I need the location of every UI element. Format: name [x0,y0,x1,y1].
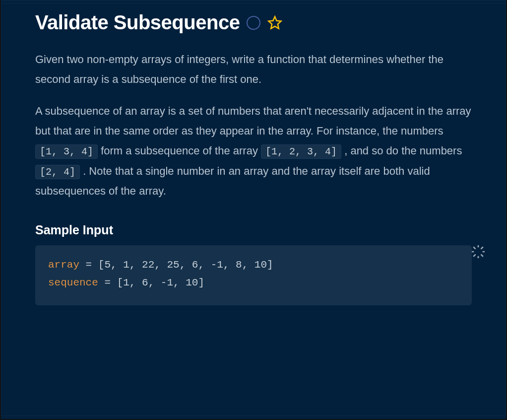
problem-title: Validate Subsequence [35,11,240,34]
code-var-sequence: sequence [48,277,98,288]
code-rest-1: = [5, 1, 22, 25, 6, -1, 8, 10] [79,259,273,271]
inline-code-1: [1, 3, 4] [35,144,98,159]
desc-text: form a subsequence of the array [101,144,261,157]
sample-input-code-block: array = [5, 1, 22, 25, 6, -1, 8, 10] seq… [35,245,472,305]
copy-icon[interactable] [472,245,485,258]
star-icon[interactable] [267,15,282,30]
desc-text: . Note that a single number in an array … [35,165,430,197]
sample-input-heading: Sample Input [35,223,472,237]
code-rest-2: = [1, 6, -1, 10] [98,277,204,288]
description-paragraph-1: Given two non-empty arrays of integers, … [35,50,472,89]
code-line-1: array = [5, 1, 22, 25, 6, -1, 8, 10] [48,256,459,274]
title-row: Validate Subsequence [35,11,472,34]
svg-marker-0 [269,16,281,28]
inline-code-2: [1, 2, 3, 4] [261,144,341,159]
desc-text: , and so do the numbers [344,144,462,157]
inline-code-3: [2, 4] [35,165,80,179]
code-var-array: array [48,259,79,271]
code-line-2: sequence = [1, 6, -1, 10] [48,274,459,292]
problem-content: Validate Subsequence Given two non-empty… [1,3,506,319]
difficulty-circle-icon[interactable] [247,16,260,30]
description-paragraph-2: A subsequence of an array is a set of nu… [35,101,472,201]
desc-text: A subsequence of an array is a set of nu… [35,105,471,137]
